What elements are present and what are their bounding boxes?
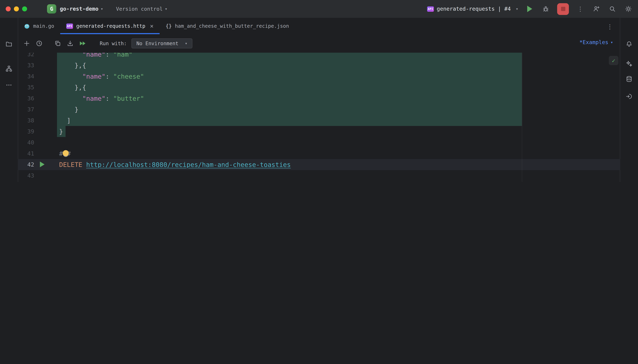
code-line[interactable]: ### [59, 148, 620, 159]
code-line[interactable]: ] [59, 115, 620, 126]
search-everywhere-button[interactable] [608, 4, 617, 14]
check-icon: ✓ [612, 57, 615, 64]
code-line[interactable]: },{ [59, 60, 620, 71]
run-config-selector[interactable]: API generated-requests | #4 ▾ [427, 6, 518, 12]
close-icon[interactable]: × [150, 22, 154, 30]
line-number: 44 [18, 181, 34, 182]
line-number: 34 [18, 71, 34, 82]
code-line[interactable]: "name": "ham" [59, 53, 620, 60]
notifications-button[interactable] [623, 38, 635, 50]
stop-icon [561, 7, 565, 11]
vcs-selector[interactable]: Version control [116, 6, 163, 12]
copy-icon [55, 40, 61, 46]
line-number: 36 [18, 93, 34, 104]
tab-label: ham_and_cheese_with_butter_recipe.json [175, 23, 289, 29]
clock-icon [36, 40, 42, 46]
intention-bulb-icon[interactable] [63, 150, 69, 156]
run-with-label: Run with: [100, 40, 127, 46]
play-icon [527, 6, 532, 12]
kebab-icon: ⋮ [607, 24, 613, 30]
http-client-toolbar: Run with: No Environment ▾ *Examples ▾ [18, 34, 620, 53]
titlebar: G go-rest-demo ▾ Version control ▾ API g… [0, 0, 638, 18]
line-number: 40 [18, 137, 34, 148]
tab-label: generated-requests.http [76, 23, 145, 29]
settings-button[interactable] [624, 4, 633, 14]
stop-button[interactable] [557, 3, 569, 15]
window-controls [6, 6, 27, 12]
right-tool-stripe [620, 18, 638, 182]
plus-icon [24, 40, 30, 46]
import-button[interactable] [66, 39, 75, 48]
debug-button[interactable] [541, 4, 550, 14]
database-button[interactable] [623, 73, 635, 85]
database-icon [626, 76, 632, 82]
tab-list-button[interactable]: ⋮ [605, 22, 614, 31]
left-tool-stripe [0, 18, 18, 182]
tab-recipe-json[interactable]: {} ham_and_cheese_with_butter_recipe.jso… [160, 18, 295, 34]
download-icon [67, 40, 73, 46]
code-line[interactable]: "name": "cheese" [59, 71, 620, 82]
chevron-down-icon: ▾ [185, 41, 187, 46]
window-zoom-button[interactable] [22, 6, 27, 12]
environment-value: No Environment [136, 40, 178, 46]
editor[interactable]: 32333435363738394041424344 "name": "ham"… [18, 53, 620, 182]
structure-icon [6, 66, 12, 72]
code-line[interactable]: },{ [59, 82, 620, 93]
more-icon [6, 82, 12, 88]
endpoints-button[interactable] [623, 90, 635, 102]
structure-tool-button[interactable] [3, 62, 15, 75]
more-tool-windows-button[interactable] [3, 79, 15, 91]
search-icon [609, 6, 615, 12]
run-config-label: generated-requests | #4 [437, 6, 511, 12]
window-minimize-button[interactable] [14, 6, 19, 12]
ai-assistant-button[interactable] [623, 58, 635, 70]
line-number: 35 [18, 82, 34, 93]
add-request-button[interactable] [22, 39, 31, 48]
history-button[interactable] [35, 39, 44, 48]
kebab-icon: ⋮ [577, 6, 583, 12]
folder-icon [6, 41, 12, 47]
code-line[interactable]: } [59, 126, 620, 137]
code-with-me-button[interactable] [592, 4, 601, 14]
line-number: 42 [18, 159, 34, 170]
http-file-icon: API [66, 23, 73, 29]
line-number: 32 [18, 53, 34, 60]
line-number: 37 [18, 104, 34, 115]
project-selector[interactable]: go-rest-demo [60, 6, 99, 12]
chevron-down-icon: ▾ [165, 6, 167, 12]
line-number: 41 [18, 148, 34, 159]
run-all-requests-button[interactable] [78, 39, 87, 48]
line-number: 38 [18, 115, 34, 126]
bug-icon [543, 6, 549, 12]
chevron-down-icon: ▾ [516, 6, 518, 12]
run-request-gutter-icon[interactable] [40, 162, 45, 167]
ide-window: G go-rest-demo ▾ Version control ▾ API g… [0, 0, 638, 182]
sparkle-icon [626, 60, 632, 67]
code-line[interactable]: "name": "butter" [59, 93, 620, 104]
tab-label: main.go [33, 23, 54, 29]
project-icon: G [47, 4, 56, 14]
window-close-button[interactable] [6, 6, 11, 12]
copy-button[interactable] [53, 39, 62, 48]
add-user-icon [593, 6, 599, 12]
editor-tab-bar: main.go API generated-requests.http × {}… [18, 18, 620, 34]
line-number: 43 [18, 170, 34, 181]
project-tool-button[interactable] [3, 38, 15, 50]
inspections-widget[interactable]: ✓ [609, 56, 618, 65]
environment-select[interactable]: No Environment ▾ [131, 38, 192, 48]
line-number: 33 [18, 60, 34, 71]
code-line[interactable]: DELETE http://localhost:8080/recipes/ham… [59, 159, 620, 170]
more-actions-button[interactable]: ⋮ [576, 4, 585, 14]
run-all-icon [79, 40, 86, 46]
code-line[interactable]: } [59, 104, 620, 115]
chevron-down-icon: ▾ [610, 40, 613, 45]
examples-link[interactable]: *Examples ▾ [579, 39, 613, 46]
code-lines[interactable]: "name": "ham" },{ "name": "cheese" },{ "… [18, 53, 620, 182]
run-button[interactable] [525, 4, 534, 14]
tab-main-go[interactable]: main.go [18, 18, 60, 34]
json-file-icon: {} [166, 23, 172, 29]
tab-generated-requests-http[interactable]: API generated-requests.http × [60, 18, 160, 34]
go-file-icon [24, 23, 30, 29]
plug-icon [626, 93, 632, 100]
line-number: 39 [18, 126, 34, 137]
